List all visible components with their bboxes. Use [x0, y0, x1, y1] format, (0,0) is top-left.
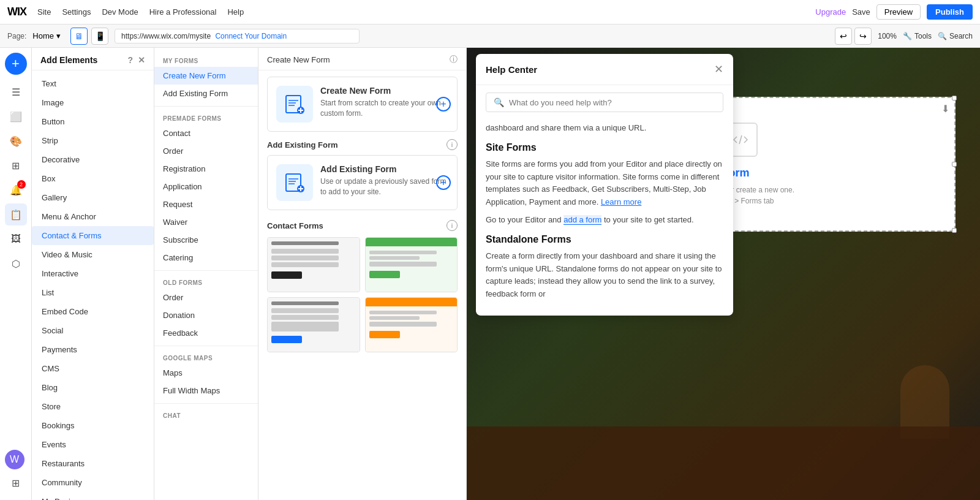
site-nav[interactable]: Site [37, 7, 51, 17]
help-nav[interactable]: Help [227, 7, 244, 17]
sidebar-icon-apps[interactable]: ⊞ [5, 154, 27, 176]
wix-logo: WIX [7, 6, 26, 18]
create-new-form-card[interactable]: Create New Form Start from scratch to cr… [267, 77, 458, 132]
element-store[interactable]: Store [32, 397, 154, 416]
element-payments[interactable]: Payments [32, 340, 154, 359]
add-elements-panel: Add Elements ? ✕ Text Image Button Strip… [32, 48, 154, 500]
help-icon[interactable]: ? [127, 55, 133, 65]
add-existing-form-card[interactable]: Add Existing Form Use or update a previo… [267, 155, 458, 210]
publish-button[interactable]: Publish [927, 4, 973, 20]
search-button[interactable]: 🔍 Search [938, 32, 973, 40]
element-community[interactable]: Community [32, 473, 154, 492]
element-cms[interactable]: CMS [32, 359, 154, 378]
element-menu-anchor[interactable]: Menu & Anchor [32, 207, 154, 226]
create-new-form-plus[interactable]: + [436, 97, 451, 112]
request-item[interactable]: Request [154, 195, 258, 213]
undo-button[interactable]: ↩ [835, 28, 852, 45]
catering-item[interactable]: Catering [154, 249, 258, 267]
close-panel-icon[interactable]: ✕ [138, 55, 145, 65]
learn-more-link[interactable]: Learn more [601, 197, 641, 206]
element-restaurants[interactable]: Restaurants [32, 454, 154, 473]
element-text[interactable]: Text [32, 74, 154, 93]
old-order-item[interactable]: Order [154, 289, 258, 306]
element-social[interactable]: Social [32, 321, 154, 340]
element-contact-forms[interactable]: Contact & Forms [32, 226, 154, 245]
redo-button[interactable]: ↪ [854, 28, 872, 45]
upgrade-button[interactable]: Upgrade [815, 7, 846, 17]
element-my-designs[interactable]: My Designs [32, 492, 154, 500]
sidebar-icon-layers-bottom[interactable]: ⊞ [5, 472, 27, 494]
connect-domain-link[interactable]: Connect Your Domain [215, 32, 287, 40]
application-item[interactable]: Application [154, 178, 258, 195]
tools-button[interactable]: 🔧 Tools [903, 32, 932, 40]
element-image[interactable]: Image [32, 93, 154, 112]
element-video-music[interactable]: Video & Music [32, 245, 154, 264]
templates-body: Create New Form Start from scratch to cr… [258, 70, 466, 500]
add-a-form-link[interactable]: add a form [564, 215, 601, 225]
help-center-body: dashboard and share them via a unique UR… [476, 119, 733, 316]
feedback-item[interactable]: Feedback [154, 324, 258, 342]
create-new-form-item[interactable]: Create New Form [154, 67, 258, 85]
subscribe-item[interactable]: Subscribe [154, 231, 258, 249]
contact-form-thumb-3[interactable] [267, 297, 360, 352]
save-button[interactable]: Save [852, 7, 870, 17]
full-width-maps-item[interactable]: Full Width Maps [154, 382, 258, 400]
add-existing-info-icon[interactable]: i [447, 139, 458, 150]
handle-tr[interactable] [952, 96, 957, 100]
donation-item[interactable]: Donation [154, 306, 258, 324]
sidebar-icon-media[interactable]: 🖼 [5, 228, 27, 250]
element-blog[interactable]: Blog [32, 378, 154, 397]
mobile-view-button[interactable]: 📱 [91, 28, 108, 45]
sidebar-icon-layers[interactable]: ⬡ [5, 252, 27, 275]
top-navigation: WIX Site Settings Dev Mode Hire a Profes… [0, 0, 980, 25]
contact-forms-section-title: Contact Forms [267, 221, 323, 230]
element-events[interactable]: Events [32, 435, 154, 454]
dev-mode-nav[interactable]: Dev Mode [102, 7, 138, 17]
element-bookings[interactable]: Bookings [32, 416, 154, 435]
preview-button[interactable]: Preview [876, 4, 921, 20]
handle-r[interactable] [952, 162, 957, 167]
element-embed-code[interactable]: Embed Code [32, 302, 154, 321]
sidebar-icon-notifications[interactable]: 🔔 2 [5, 179, 27, 201]
add-existing-form-title: Add Existing Form [320, 164, 448, 174]
element-box[interactable]: Box [32, 169, 154, 188]
help-center-search-box[interactable]: 🔍 [486, 93, 723, 112]
sidebar-icon-content[interactable]: ⬜ [5, 105, 27, 127]
contact-forms-info-icon[interactable]: i [447, 220, 458, 231]
registration-item[interactable]: Registration [154, 160, 258, 178]
settings-nav[interactable]: Settings [62, 7, 91, 17]
element-gallery[interactable]: Gallery [32, 188, 154, 207]
element-decorative[interactable]: Decorative [32, 150, 154, 169]
waiver-item[interactable]: Waiver [154, 213, 258, 231]
contact-form-thumb-4[interactable] [365, 297, 458, 352]
element-strip[interactable]: Strip [32, 131, 154, 150]
element-button[interactable]: Button [32, 112, 154, 131]
sidebar-icon-design[interactable]: 🎨 [5, 130, 27, 152]
page-select[interactable]: Home ▾ [32, 31, 61, 40]
contact-form-thumb-1[interactable] [267, 237, 360, 292]
help-center-search-input[interactable] [509, 98, 715, 107]
element-interactive[interactable]: Interactive [32, 264, 154, 283]
help-center-header: Help Center ✕ [476, 54, 733, 85]
contact-form-thumb-2[interactable] [365, 237, 458, 292]
add-existing-form-plus[interactable]: + [436, 175, 451, 190]
maps-item[interactable]: Maps [154, 364, 258, 382]
add-existing-form-item[interactable]: Add Existing Form [154, 85, 258, 102]
standalone-forms-body: Create a form directly from your dashboa… [486, 250, 723, 301]
sidebar-icon-pages[interactable]: ☰ [5, 81, 27, 103]
page-label: Page: [7, 32, 26, 40]
contact-item[interactable]: Contact [154, 124, 258, 142]
handle-br[interactable] [952, 228, 957, 233]
add-elements-button[interactable]: + [5, 53, 27, 75]
desktop-view-button[interactable]: 🖥 [70, 28, 88, 45]
element-list[interactable]: List [32, 283, 154, 302]
info-icon-header[interactable]: ⓘ [450, 54, 458, 65]
hire-pro-nav[interactable]: Hire a Professional [149, 7, 217, 17]
download-icon[interactable]: ⬇ [941, 103, 949, 115]
standalone-forms-title: Standalone Forms [486, 234, 723, 245]
my-forms-section-title: MY FORMS [154, 53, 258, 67]
sidebar-icon-wix-app[interactable]: W [5, 450, 24, 469]
sidebar-icon-forms[interactable]: 📋 [5, 203, 27, 225]
order-item[interactable]: Order [154, 142, 258, 160]
help-center-close-button[interactable]: ✕ [714, 63, 723, 76]
